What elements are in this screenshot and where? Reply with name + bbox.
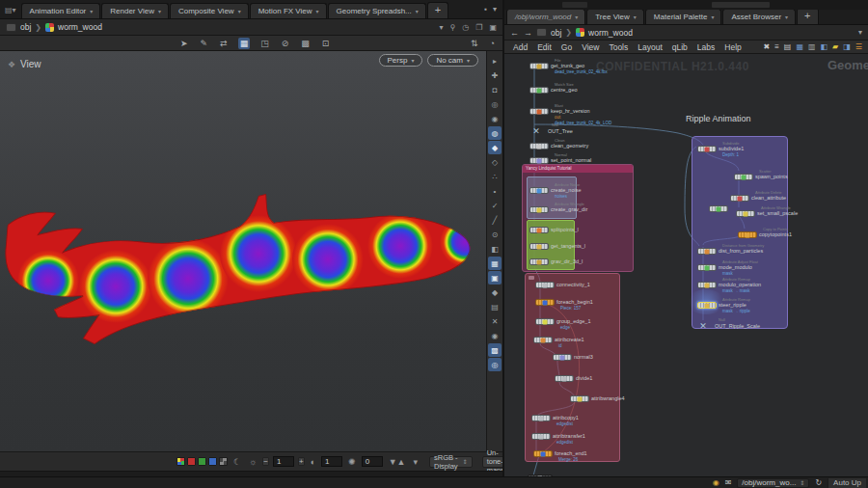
network-node[interactable]: Null ✕ OUT_Tree	[527, 122, 573, 135]
gamma-field[interactable]: 1	[273, 456, 294, 467]
tab-menu-icon[interactable]: ▾	[575, 14, 578, 20]
node-body[interactable]	[553, 354, 572, 361]
refresh-icon[interactable]: ↻	[815, 478, 822, 487]
node-body[interactable]	[529, 87, 549, 94]
shade-icon[interactable]: ◆	[488, 141, 502, 154]
new-tab-button[interactable]: +	[427, 2, 448, 18]
node-body[interactable]	[697, 248, 717, 255]
grid-view-icon[interactable]: ▦	[796, 42, 803, 52]
snapshot-icon[interactable]: ❐	[475, 23, 482, 32]
network-node[interactable]: Attribute Wrangle ✕ create_grav_dir	[529, 202, 587, 213]
scene-viewport[interactable]: ❖ View Persp ▾ No cam ▾	[0, 51, 486, 451]
message-log-icon[interactable]: ✉	[725, 478, 732, 487]
network-node[interactable]: Copy to Points ✕ copytopoints1	[738, 227, 792, 238]
right-pane-tab[interactable]: /obj/worm_wood ▾	[506, 9, 585, 24]
colorspace-select[interactable]: sRGB - Display ⇕	[429, 456, 473, 468]
camera-selector[interactable]: No cam ▾	[427, 54, 478, 67]
network-node[interactable]: Normal ✕ set_point_normal	[529, 152, 591, 164]
network-node[interactable]: Clean ✕ clean_geometry	[529, 138, 588, 149]
gamma-plus-button[interactable]: +	[298, 457, 305, 466]
disable-icon[interactable]: ⊘	[280, 38, 291, 49]
view-grid-icon[interactable]: ▦	[488, 257, 502, 270]
select-mode-icon[interactable]: ▸	[488, 54, 502, 68]
menu-item[interactable]: Layout	[633, 41, 667, 53]
exposure-field[interactable]: 0	[362, 456, 383, 467]
right-pane-tab[interactable]: Tree View ▾	[586, 9, 644, 24]
lock-icon[interactable]: ◘	[488, 83, 502, 96]
network-node[interactable]: foreach_begin1 Piece: 157	[535, 299, 593, 312]
cut-icon[interactable]: ✕	[488, 314, 502, 328]
node-body[interactable]	[529, 187, 549, 194]
vector-icon[interactable]: ╱	[488, 213, 502, 227]
node-body[interactable]	[697, 282, 717, 288]
node-body[interactable]	[531, 415, 551, 421]
gem-icon[interactable]: ◆	[488, 285, 502, 299]
node-body[interactable]	[529, 157, 549, 164]
tab-menu-icon[interactable]: ▾	[238, 8, 241, 14]
network-node[interactable]: get_tangents_l	[529, 243, 585, 250]
red-channel-swatch[interactable]	[187, 457, 196, 466]
path-dropdown-icon[interactable]: ▾	[858, 28, 862, 37]
tab-menu-icon[interactable]: ▾	[90, 8, 93, 14]
pane-maximize-icon[interactable]: ▪	[484, 5, 487, 14]
left-pane-tab[interactable]: Render View ▾	[101, 3, 169, 18]
pane-menu-icon[interactable]: ▤▾	[2, 6, 21, 18]
green-channel-swatch[interactable]	[198, 457, 206, 466]
node-body[interactable]	[529, 243, 549, 250]
render-region-icon[interactable]: ⊡	[320, 38, 332, 49]
mirror-icon[interactable]: ▩	[299, 38, 312, 49]
network-node[interactable]: foreach_end1 Merge: 26	[533, 450, 587, 463]
node-body[interactable]	[730, 195, 749, 202]
menu-item[interactable]: qLib	[667, 41, 692, 53]
tab-menu-icon[interactable]: ▾	[634, 14, 637, 20]
left-pane-tab[interactable]: Motion FX View ▾	[250, 3, 327, 18]
brush-tool-icon[interactable]: ⇄	[218, 38, 230, 49]
node-body[interactable]	[529, 227, 549, 233]
network-box-icon[interactable]: ◧	[821, 42, 828, 52]
breadcrumb-root[interactable]: obj	[551, 28, 561, 38]
breadcrumb-root[interactable]: obj	[20, 22, 31, 32]
persp-toggle-icon[interactable]: ▣	[489, 23, 497, 32]
group-list-icon[interactable]: ▤	[488, 300, 502, 313]
quickmark-icon[interactable]: ☰	[855, 42, 862, 52]
point-icon[interactable]: •	[488, 184, 502, 198]
brightness-icon[interactable]: ☼	[247, 457, 258, 467]
sort-icon[interactable]: ⇅	[469, 38, 480, 49]
texture-icon[interactable]: ▩	[488, 343, 502, 357]
network-node[interactable]: Match Size ✕ centre_geo	[529, 82, 578, 94]
marquee-icon[interactable]: ◳	[258, 38, 271, 49]
headlight-icon[interactable]: ◉	[488, 112, 502, 125]
help-icon[interactable]: ◔	[488, 38, 497, 49]
blue-channel-swatch[interactable]	[208, 457, 217, 466]
cook-indicator-icon[interactable]: ◉	[713, 478, 719, 487]
node-body[interactable]	[535, 282, 555, 288]
node-body[interactable]	[531, 433, 551, 440]
menu-item[interactable]: Go	[556, 41, 577, 53]
node-body[interactable]	[535, 299, 555, 306]
network-editor[interactable]: CONFIDENTIAL H21.0.440 Geometry	[504, 54, 868, 476]
persp-view-selector[interactable]: Persp ▾	[379, 54, 423, 67]
node-body[interactable]	[736, 210, 755, 217]
select-tool-icon[interactable]: ➤	[178, 38, 190, 49]
menu-item[interactable]: View	[577, 41, 604, 53]
right-pane-tab[interactable]: Material Palette ▾	[645, 9, 722, 24]
lamp-icon[interactable]: ◍	[488, 126, 502, 140]
viewport-mesh[interactable]	[0, 51, 486, 451]
magnify-icon[interactable]: ☾	[231, 457, 243, 467]
snap-grid-icon[interactable]: ▦	[238, 38, 251, 49]
light-icon[interactable]: ◎	[488, 97, 502, 111]
tab-menu-icon[interactable]: ▾	[158, 8, 161, 14]
node-body[interactable]	[555, 375, 574, 382]
spreadsheet-icon[interactable]: ▤	[784, 42, 792, 52]
network-node[interactable]: normal3	[553, 354, 593, 361]
network-node[interactable]: Subdivide ✕ subdivide1 Depth: 1	[697, 141, 744, 158]
menu-item[interactable]: Add	[508, 41, 532, 53]
path-dropdown-icon[interactable]: ▾	[439, 23, 443, 32]
inspect-icon[interactable]: ◉	[488, 329, 502, 342]
network-node[interactable]: Attribute Delete ✕ clean_attribute	[730, 190, 786, 202]
thumb-view-icon[interactable]: ▥	[808, 42, 816, 52]
visualizer-icon[interactable]: ◎	[488, 358, 502, 371]
network-node[interactable]: connectivity_1	[535, 282, 590, 288]
node-body[interactable]	[738, 231, 757, 238]
root-icon[interactable]	[6, 23, 16, 32]
